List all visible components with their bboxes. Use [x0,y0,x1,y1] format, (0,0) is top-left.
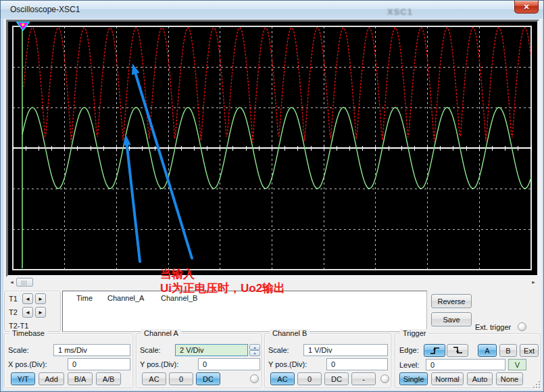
single-label: Single [403,375,424,383]
spinner-up-button[interactable]: ▲ [249,344,260,350]
falling-edge-button[interactable] [447,344,468,357]
trigger-single-button[interactable]: Single [399,372,428,385]
falling-edge-icon [453,346,463,355]
down-arrow-icon: ▼ [253,351,257,356]
channel-a-caption: Channel A [141,329,181,337]
trigger-normal-button[interactable]: Normal [431,372,464,385]
ac-label: AC [277,375,287,383]
trigger-none-button[interactable]: None [496,372,523,385]
trigger-level-label: Level: [399,361,419,369]
cursor-controls: T1 ◄ ► T2 ◄ ► T2-T1 [4,291,61,332]
save-label: Save [443,316,460,324]
add-button[interactable]: Add [39,372,64,385]
timebase-scale-field[interactable]: 1 ms/Div [53,344,130,356]
channel-a-zero-button[interactable]: 0 [169,372,193,385]
channel-b-ypos-label: Y pos.(Div): [268,360,307,368]
reverse-label: Reverse [438,297,466,305]
ba-button[interactable]: B/A [68,372,93,385]
window-title: Oscilloscope-XSC1 [10,5,80,14]
zero-label: 0 [179,375,183,383]
channel-b-scale-value: 1 V/Div [308,346,332,354]
trigger-level-unit-select[interactable]: V [508,359,526,370]
unit-label: V [515,361,520,369]
trigger-b-button[interactable]: B [499,344,517,357]
up-arrow-icon: ▲ [253,345,257,349]
left-arrow-icon: ◄ [25,296,30,302]
none-label: None [501,375,518,383]
timebase-xpos-field[interactable]: 0 [68,358,130,370]
trigger-level-field[interactable]: 0 [426,359,505,370]
titlebar[interactable]: Oscilloscope-XSC1 XSC1 ✕ [1,1,543,19]
save-button[interactable]: Save [431,312,472,326]
channel-b-probe-radio[interactable] [380,374,389,383]
trigger-edge-label: Edge: [399,346,419,354]
ext-trigger-label: Ext. trigger [475,323,511,331]
client-area: 当输入 Ui为正电压时，Uo2输出 ◄ ► T1 ◄ ► T2 ◄ ► T2-T… [3,19,542,390]
add-label: Add [45,375,58,383]
channel-a-probe-radio[interactable] [250,374,259,383]
annotation-arrows [123,64,192,262]
resize-grip[interactable] [531,379,540,388]
auto-label: Auto [472,375,488,383]
trigger-auto-button[interactable]: Auto [467,372,493,385]
channel-a-dc-button[interactable]: DC [196,372,220,385]
timebase-scale-label: Scale: [8,346,29,354]
channel-b-caption: Channel B [270,329,310,337]
channel-a-ypos-field[interactable]: 0 [198,358,260,370]
t1-right-button[interactable]: ► [35,293,46,304]
annotation-text: 当输入 Ui为正电压时，Uo2输出 [160,267,285,295]
spinner-down-button[interactable]: ▼ [249,350,260,356]
channel-b-ac-button[interactable]: AC [270,372,295,385]
oscilloscope-window: Oscilloscope-XSC1 XSC1 ✕ 当输入 Ui为正电压时，Uo2… [0,0,544,392]
scroll-right-icon[interactable]: ► [529,278,538,287]
trigger-caption: Trigger [400,329,428,337]
minus-label: - [362,375,365,383]
channel-b-minus-button[interactable]: - [351,372,376,385]
timebase-group: Timebase Scale: 1 ms/Div X pos.(Div): 0 … [4,333,133,388]
waveform-canvas [8,22,537,275]
trigger-group: Trigger Edge: A B Ext Level: 0 V Single [395,333,541,388]
channel-a-scale-spinner: ▲ ▼ [249,344,260,356]
channel-a-ypos-value: 0 [203,360,207,368]
ab-button[interactable]: A/B [96,372,121,385]
trigger-a-button[interactable]: A [478,344,497,357]
right-arrow-icon: ► [38,310,43,316]
annotation-line1: 当输入 [160,267,285,281]
channel-a-scale-value: 2 V/Div [180,346,203,354]
trigger-ext-button[interactable]: Ext [520,344,539,357]
channel-a-ac-button[interactable]: AC [142,372,166,385]
trigger-a-label: A [485,347,489,355]
channel-b-zero-button[interactable]: 0 [297,372,322,385]
t2-right-button[interactable]: ► [35,307,46,318]
left-arrow-icon: ◄ [25,310,30,316]
yt-button[interactable]: Y/T [11,372,35,385]
channel-b-ypos-value: 0 [331,360,335,368]
channel-b-scale-field[interactable]: 1 V/Div [303,344,388,356]
scroll-left-icon[interactable]: ◄ [7,278,16,287]
timebase-caption: Timebase [9,329,47,337]
channel-a-group: Channel A Scale: 2 V/Div ▲ ▼ Y pos.(Div)… [136,333,262,388]
scrollbar-thumb[interactable] [16,278,33,287]
readout-list[interactable]: Time Channel_A Channel_B [62,291,427,332]
ba-label: B/A [74,375,86,383]
t2-left-button[interactable]: ◄ [22,307,33,318]
watermark-text: XSC1 [387,7,413,17]
channel-b-scale-label: Scale: [268,346,289,354]
channel-a-scale-label: Scale: [140,346,161,354]
channel-b-dc-button[interactable]: DC [324,372,349,385]
timebase-scale-value: 1 ms/Div [58,346,87,354]
close-button[interactable]: ✕ [514,1,539,14]
right-arrow-icon: ► [38,296,43,302]
rising-edge-button[interactable] [424,344,445,357]
yt-label: Y/T [17,375,28,383]
ab-label: A/B [103,375,115,383]
zero-label: 0 [307,375,312,383]
t1-left-button[interactable]: ◄ [22,293,33,304]
reverse-button[interactable]: Reverse [431,294,472,308]
t2-label: T2 [9,308,18,316]
trigger-ext-label: Ext [524,347,535,355]
ext-trigger-radio[interactable] [518,322,526,331]
channel-b-ypos-field[interactable]: 0 [326,358,388,370]
channel-a-scale-field[interactable]: 2 V/Div [175,344,248,356]
ac-label: AC [149,375,159,383]
